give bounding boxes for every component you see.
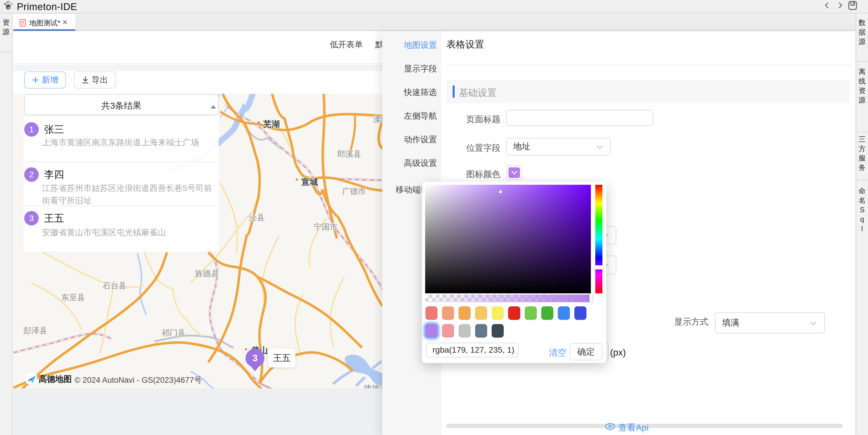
svg-text:3: 3: [252, 353, 257, 363]
